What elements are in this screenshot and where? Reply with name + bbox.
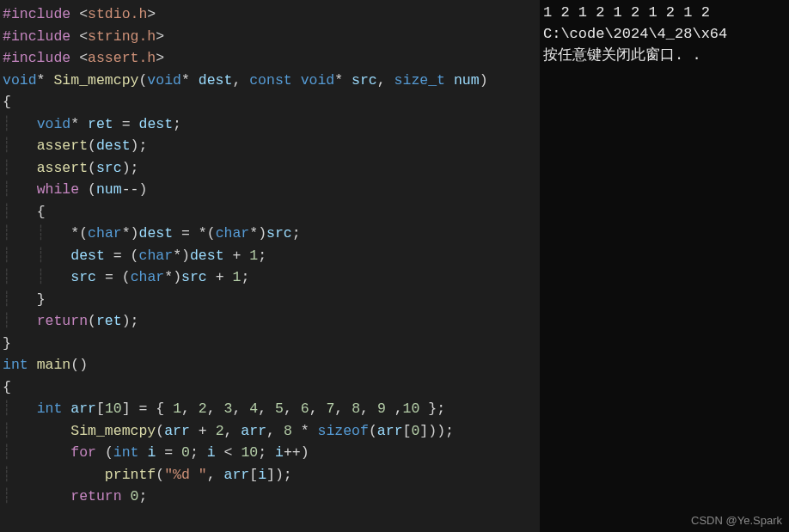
terminal-pane[interactable]: 1 2 1 2 1 2 1 2 1 2 C:\code\2024\4_28\x6…	[540, 0, 789, 532]
code-line: ┊ for (int i = 0; i < 10; i++)	[3, 442, 537, 464]
code-line: #include <stdio.h>	[3, 3, 537, 26]
code-line: {	[3, 376, 537, 399]
code-line: ┊ ┊ dest = (char*)dest + 1;	[3, 245, 537, 267]
code-line: ┊ {	[3, 201, 537, 223]
code-line: ┊ return 0;	[3, 486, 537, 508]
terminal-output-line: 按任意键关闭此窗口. .	[543, 45, 786, 66]
code-editor-pane[interactable]: #include <stdio.h> #include <string.h> #…	[0, 0, 540, 532]
code-line: ┊ void* ret = dest;	[3, 113, 537, 136]
terminal-output-line: C:\code\2024\4_28\x64	[543, 23, 786, 45]
code-line: ┊ printf("%d ", arr[i]);	[3, 464, 537, 486]
code-line: ┊ ┊ *(char*)dest = *(char*)src;	[3, 223, 537, 245]
code-line: int main()	[3, 354, 537, 376]
code-line: ┊ while (num--)	[3, 179, 537, 201]
code-line: {	[3, 91, 537, 113]
code-line: ┊ }	[3, 289, 537, 311]
terminal-output-line: 1 2 1 2 1 2 1 2 1 2	[543, 2, 786, 23]
code-line: #include <assert.h>	[3, 47, 537, 70]
code-line: ┊ int arr[10] = { 1, 2, 3, 4, 5, 6, 7, 8…	[3, 398, 537, 420]
code-line: ┊ assert(src);	[3, 157, 537, 180]
code-line: void* Sim_memcpy(void* dest, const void*…	[3, 70, 537, 92]
code-line: ┊ Sim_memcpy(arr + 2, arr, 8 * sizeof(ar…	[3, 420, 537, 443]
code-line: ┊ ┊ src = (char*)src + 1;	[3, 266, 537, 289]
code-line: #include <string.h>	[3, 26, 537, 48]
code-line: ┊ return(ret);	[3, 310, 537, 333]
watermark-text: CSDN @Ye.Spark	[691, 514, 782, 527]
code-line: }	[3, 333, 537, 355]
code-line: ┊ assert(dest);	[3, 135, 537, 157]
